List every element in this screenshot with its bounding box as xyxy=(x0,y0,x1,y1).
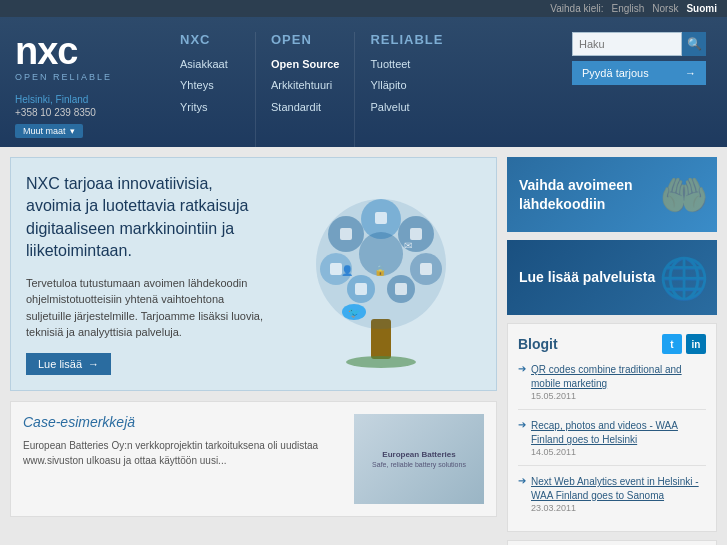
header: nxc OPEN RELIABLE Helsinki, Finland +358… xyxy=(0,17,727,147)
nav-standardit[interactable]: Standardit xyxy=(271,100,339,115)
search-button[interactable]: 🔍 xyxy=(682,32,706,56)
nav-yllapito[interactable]: Ylläpito xyxy=(370,78,443,93)
blog-item-2: ➔ Recap, photos and videos - WAA Finland… xyxy=(518,418,706,466)
nav-yritys[interactable]: Yritys xyxy=(180,100,240,115)
case-section: Case-esimerkkejä European Batteries Oy:n… xyxy=(10,401,497,517)
svg-rect-17 xyxy=(395,283,407,295)
quote-label: Pyydä tarjous xyxy=(582,67,649,79)
hero-section: NXC tarjoaa innovatiivisia, avoimia ja l… xyxy=(10,157,497,391)
top-bar: Vaihda kieli: English Norsk Suomi xyxy=(0,0,727,17)
blog-item-3: ➔ Next Web Analytics event in Helsinki -… xyxy=(518,474,706,521)
lang-english[interactable]: English xyxy=(612,3,645,14)
logo: nxc xyxy=(15,32,140,70)
blog-item-2-content: Recap, photos and videos - WAA Finland g… xyxy=(531,418,706,457)
svg-text:🔒: 🔒 xyxy=(374,264,387,277)
blog-header: Blogit t in xyxy=(518,334,706,354)
svg-rect-13 xyxy=(410,228,422,240)
svg-rect-11 xyxy=(340,228,352,240)
blog-item-2-title[interactable]: Recap, photos and videos - WAA Finland g… xyxy=(531,420,678,445)
nav-palvelut[interactable]: Palvelut xyxy=(370,100,443,115)
arrow-icon-2: ➔ xyxy=(518,419,526,430)
location: Helsinki, Finland xyxy=(15,94,140,105)
nav-area: NXC Asiakkaat Yhteys Yritys OPEN Open So… xyxy=(155,17,567,147)
svg-rect-15 xyxy=(420,263,432,275)
promo-services-button[interactable]: Lue lisää palveluista 🌐 xyxy=(507,240,717,315)
lang-norsk[interactable]: Norsk xyxy=(652,3,678,14)
main-content: NXC tarjoaa innovatiivisia, avoimia ja l… xyxy=(0,147,727,545)
svg-text:🐦: 🐦 xyxy=(348,306,361,319)
chevron-down-icon: ▾ xyxy=(70,126,75,136)
blog-item-2-date: 14.05.2011 xyxy=(531,447,706,457)
hero-title: NXC tarjoaa innovatiivisia, avoimia ja l… xyxy=(26,173,271,263)
search-box: 🔍 xyxy=(572,32,712,56)
arrow-icon-1: ➔ xyxy=(518,363,526,374)
more-countries-label: Muut maat xyxy=(23,126,66,136)
blog-item-3-date: 23.03.2011 xyxy=(531,503,706,513)
logo-tagline: OPEN RELIABLE xyxy=(15,72,140,82)
case-image-placeholder: European Batteries Safe, reliable batter… xyxy=(354,414,484,504)
nav-yhteys[interactable]: Yhteys xyxy=(180,78,240,93)
phone: +358 10 239 8350 xyxy=(15,107,140,118)
services-icon: 🌐 xyxy=(659,254,709,301)
more-countries-button[interactable]: Muut maat ▾ xyxy=(15,124,83,138)
blog-item-1-content: QR codes combine traditional and mobile … xyxy=(531,362,706,401)
case-text: Case-esimerkkejä European Batteries Oy:n… xyxy=(23,414,344,504)
nav-asiakkaat[interactable]: Asiakkaat xyxy=(180,57,240,72)
tree-illustration: 🐦 ✉ 🔒 👤 xyxy=(286,174,476,374)
hero-read-more-button[interactable]: Lue lisää → xyxy=(26,353,111,375)
blog-item-3-title[interactable]: Next Web Analytics event in Helsinki - W… xyxy=(531,476,699,501)
nav-nxc-title: NXC xyxy=(180,32,240,47)
nav-opensource[interactable]: Open Source xyxy=(271,57,339,72)
nav-tuotteet[interactable]: Tuotteet xyxy=(370,57,443,72)
nav-reliable-title: RELIABLE xyxy=(370,32,443,47)
logo-area: nxc OPEN RELIABLE Helsinki, Finland +358… xyxy=(0,17,155,147)
award-block: ★ ★ ★ SUOMEN xyxy=(507,540,717,545)
search-area: 🔍 Pyydä tarjous → xyxy=(567,17,727,147)
nav-col-nxc: NXC Asiakkaat Yhteys Yritys xyxy=(165,32,255,147)
case-desc: European Batteries Oy:n verkkoprojektin … xyxy=(23,438,344,468)
svg-text:👤: 👤 xyxy=(341,264,354,277)
hero-image: 🐦 ✉ 🔒 👤 xyxy=(281,173,481,375)
blog-social: t in xyxy=(662,334,706,354)
nav-col-open: OPEN Open Source Arkkitehtuuri Standardi… xyxy=(255,32,354,147)
nav-col-reliable: RELIABLE Tuotteet Ylläpito Palvelut xyxy=(354,32,458,147)
arrow-right-icon: → xyxy=(88,358,99,370)
promo2-text: Lue lisää palveluista xyxy=(519,268,655,286)
read-more-label: Lue lisää xyxy=(38,358,82,370)
svg-text:✉: ✉ xyxy=(404,240,412,251)
blog-section: Blogit t in ➔ QR codes combine tradition… xyxy=(507,323,717,532)
hero-text: NXC tarjoaa innovatiivisia, avoimia ja l… xyxy=(26,173,271,375)
lang-label: Vaihda kieli: xyxy=(550,3,603,14)
search-icon: 🔍 xyxy=(687,37,702,51)
nav-open-title: OPEN xyxy=(271,32,339,47)
lang-suomi[interactable]: Suomi xyxy=(686,3,717,14)
nav-arkkitehtuuri[interactable]: Arkkitehtuuri xyxy=(271,78,339,93)
blog-item-1-title[interactable]: QR codes combine traditional and mobile … xyxy=(531,364,682,389)
svg-point-1 xyxy=(346,356,416,368)
svg-rect-12 xyxy=(375,212,387,224)
promo1-text: Vaihda avoimeen lähdekoodiin xyxy=(519,176,705,212)
arrow-right-icon: → xyxy=(685,67,696,79)
right-column: Vaihda avoimeen lähdekoodiin 🤲 Lue lisää… xyxy=(507,157,717,545)
search-input[interactable] xyxy=(572,32,682,56)
blog-item-3-content: Next Web Analytics event in Helsinki - W… xyxy=(531,474,706,513)
hero-desc: Tervetuloa tutustumaan avoimen lähdekood… xyxy=(26,275,271,341)
blog-item-1: ➔ QR codes combine traditional and mobil… xyxy=(518,362,706,410)
blog-item-1-date: 15.05.2011 xyxy=(531,391,706,401)
promo-open-source-button[interactable]: Vaihda avoimeen lähdekoodiin 🤲 xyxy=(507,157,717,232)
arrow-icon-3: ➔ xyxy=(518,475,526,486)
left-column: NXC tarjoaa innovatiivisia, avoimia ja l… xyxy=(10,157,497,545)
twitter-button[interactable]: t xyxy=(662,334,682,354)
case-image: European Batteries Safe, reliable batter… xyxy=(354,414,484,504)
blog-title: Blogit xyxy=(518,336,558,352)
case-title: Case-esimerkkejä xyxy=(23,414,344,430)
linkedin-button[interactable]: in xyxy=(686,334,706,354)
svg-rect-16 xyxy=(355,283,367,295)
quote-button[interactable]: Pyydä tarjous → xyxy=(572,61,706,85)
